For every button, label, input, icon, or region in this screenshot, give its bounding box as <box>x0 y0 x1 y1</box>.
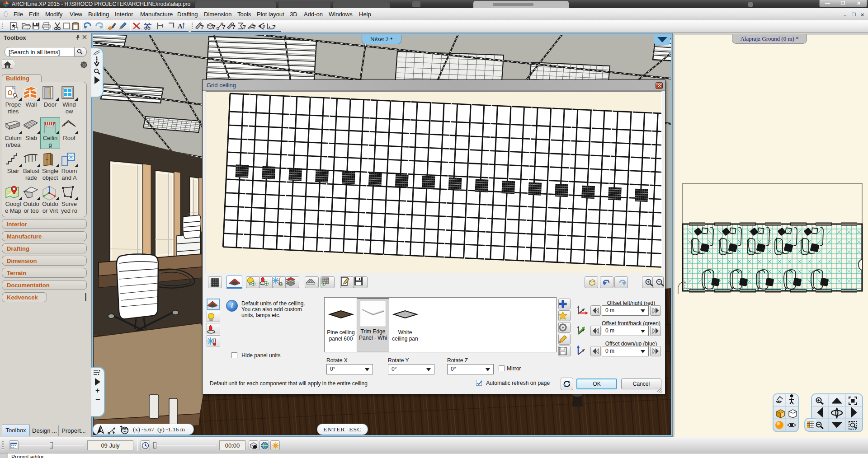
svg-text:?: ? <box>222 23 226 30</box>
svg-text:A: A <box>178 23 183 30</box>
svg-text:?: ? <box>252 23 256 30</box>
svg-text:?: ? <box>200 23 204 30</box>
svg-text:α: α <box>263 24 265 28</box>
svg-text:?: ? <box>242 23 246 30</box>
svg-text:?: ? <box>232 23 236 30</box>
svg-text:?: ? <box>272 23 276 30</box>
svg-text:?: ? <box>212 23 216 30</box>
